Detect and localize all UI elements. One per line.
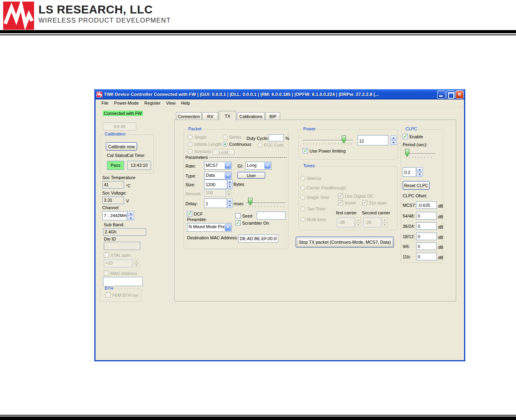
period-spinner[interactable] <box>417 167 423 177</box>
down-arrow-icon[interactable] <box>417 172 423 177</box>
two-tone-radio[interactable]: Two Tone <box>300 206 325 211</box>
dcf-checkbox[interactable]: DCF <box>187 211 203 216</box>
rate-combobox[interactable]: MCS7 <box>204 162 232 170</box>
up-arrow-icon[interactable] <box>227 179 233 184</box>
xtal-ppm-checkbox[interactable]: XTAL ppm <box>104 252 131 258</box>
power-spinner[interactable] <box>390 136 397 145</box>
calibrate-now-button[interactable]: Calibrate now <box>106 142 137 151</box>
period-slider-track[interactable] <box>405 153 436 155</box>
fcc-cont-radio[interactable]: FCC Cont. <box>258 143 285 147</box>
checkbox-box[interactable] <box>338 200 343 205</box>
radio-circle[interactable] <box>188 149 193 154</box>
span-11n-checkbox[interactable]: 11n span <box>362 200 386 205</box>
invert-checkbox[interactable]: Invert <box>338 200 356 205</box>
carrier-feedthrough-radio[interactable]: Carrier Feedthrough <box>300 185 346 190</box>
delay-slider-thumb[interactable] <box>248 198 252 206</box>
tab-rx[interactable]: RX <box>202 112 218 120</box>
size-spinner[interactable] <box>227 179 233 189</box>
type-combobox[interactable]: Data <box>204 172 232 179</box>
window-titlebar[interactable]: TIWI Device Controller Connected with FW… <box>94 89 465 99</box>
down-arrow-icon[interactable] <box>227 185 233 189</box>
clpc-enable-checkbox[interactable]: Enable <box>403 134 423 139</box>
down-arrow-icon[interactable] <box>227 204 233 208</box>
tab-connection[interactable]: Connection <box>176 112 202 120</box>
down-arrow-icon[interactable] <box>390 141 397 145</box>
clpc-row-input[interactable] <box>416 212 437 220</box>
menu-register[interactable]: Register <box>141 100 163 106</box>
up-arrow-icon[interactable] <box>390 136 397 140</box>
clpc-row-input[interactable] <box>416 222 437 230</box>
delay-spinner[interactable] <box>227 199 233 208</box>
dest-mac-input[interactable] <box>238 235 278 242</box>
menu-file[interactable]: File <box>99 100 111 106</box>
mac-address-input[interactable] <box>103 277 143 286</box>
up-arrow-icon[interactable] <box>227 199 233 203</box>
menu-help[interactable]: Help <box>178 100 193 106</box>
checkbox-box[interactable] <box>104 271 109 276</box>
dropdown-arrow-icon[interactable] <box>225 172 231 179</box>
period-slider-thumb[interactable] <box>405 149 409 157</box>
checkbox-box[interactable] <box>104 252 109 258</box>
menu-view[interactable]: View <box>163 100 178 106</box>
mac-address-checkbox[interactable]: MAC Address <box>104 271 137 276</box>
preamble-combobox[interactable]: N Mixed Mode Prea <box>187 223 232 232</box>
scrambler-on-checkbox[interactable]: Scrambler On <box>235 220 269 225</box>
delay-input[interactable] <box>204 199 227 208</box>
reset-clpc-button[interactable]: Reset CLPC <box>403 181 430 190</box>
maximize-button[interactable] <box>446 90 455 99</box>
checkbox-box[interactable] <box>303 148 308 153</box>
channel-value[interactable]: 7 - 2442MHz <box>102 211 127 220</box>
scenario-radio[interactable]: Scenario <box>188 149 211 154</box>
infinite-length-radio[interactable]: Infinite Length <box>188 142 222 147</box>
period-input[interactable] <box>403 167 416 177</box>
power-input[interactable] <box>357 135 388 145</box>
radio-circle[interactable] <box>188 142 193 147</box>
use-digital-dc-checkbox[interactable]: Use Digital DC <box>338 193 373 199</box>
checkbox-box[interactable] <box>403 134 408 139</box>
silence-radio[interactable]: Silence <box>300 176 321 181</box>
checkbox-box[interactable] <box>187 211 192 216</box>
checkbox-box[interactable] <box>338 193 343 199</box>
up-arrow-icon[interactable] <box>128 211 134 216</box>
radio-circle[interactable] <box>300 195 305 200</box>
tab-calibrations[interactable]: Calibrations <box>237 112 265 120</box>
radio-circle[interactable] <box>300 206 305 211</box>
minimize-button[interactable] <box>437 90 445 99</box>
seed-checkbox[interactable]: Seed <box>235 213 252 218</box>
clpc-row-input[interactable] <box>416 201 437 209</box>
checkbox-box[interactable] <box>235 220 241 225</box>
radio-circle[interactable] <box>300 217 305 222</box>
load-button[interactable]: Load <box>212 149 235 155</box>
clpc-row-input[interactable] <box>416 242 437 250</box>
radio-circle[interactable] <box>300 185 305 190</box>
seed-input[interactable] <box>257 212 286 220</box>
init-all-button[interactable]: Init All <box>103 122 136 130</box>
radio-circle[interactable] <box>300 176 305 181</box>
radio-circle[interactable] <box>223 142 227 147</box>
radio-circle[interactable] <box>223 135 227 139</box>
tab-bip[interactable]: BIP <box>266 112 280 120</box>
single-tone-radio[interactable]: Single Tone <box>300 195 329 200</box>
radio-circle[interactable] <box>258 143 262 147</box>
clpc-row-input[interactable] <box>416 233 437 240</box>
duty-cycle-input[interactable] <box>269 134 284 141</box>
clpc-row-input[interactable] <box>416 253 437 260</box>
delay-slider-track[interactable] <box>247 202 286 204</box>
checkbox-box[interactable] <box>235 213 241 218</box>
radio-circle[interactable] <box>188 135 193 139</box>
down-arrow-icon[interactable] <box>128 216 134 220</box>
use-power-limiting-checkbox[interactable]: Use Power limiting <box>303 148 346 153</box>
multi-tone-radio[interactable]: Multi-tone <box>300 217 326 222</box>
channel-spinner[interactable] <box>128 211 134 220</box>
fem-bth-ovr-checkbox[interactable]: FEM BTH ovr <box>105 292 139 298</box>
dropdown-arrow-icon[interactable] <box>225 224 231 231</box>
size-input[interactable] <box>204 179 227 189</box>
stop-tx-packet-button[interactable]: Stop TX packet (Continues-Mode, MCS7, Da… <box>296 237 394 248</box>
checkbox-box[interactable] <box>362 200 367 205</box>
tab-tx[interactable]: TX <box>219 111 236 120</box>
continuous-radio[interactable]: Continuous <box>223 142 251 147</box>
dropdown-arrow-icon[interactable] <box>264 162 271 169</box>
close-button[interactable] <box>455 90 464 99</box>
series-radio[interactable]: Series <box>223 135 241 139</box>
menu-power-mode[interactable]: Power-Mode <box>111 100 141 106</box>
